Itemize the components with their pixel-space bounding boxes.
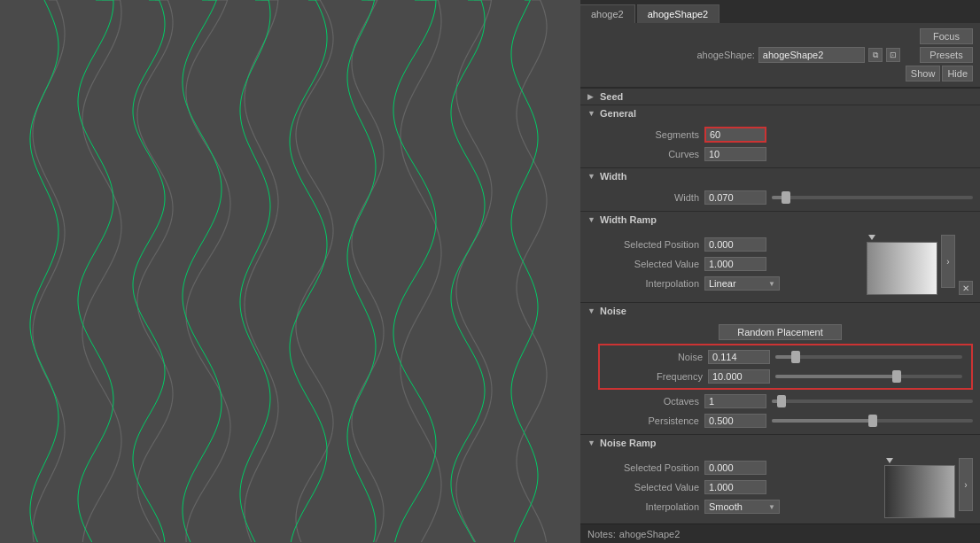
width-section-title: Width <box>600 171 626 182</box>
noise-arrow-icon: ▼ <box>587 306 596 315</box>
general-section-header[interactable]: ▼ General <box>580 105 980 121</box>
noise-ramp-sel-pos-label: Selected Position <box>598 462 704 473</box>
noise-ramp-interp-row: Interpolation Smooth ▼ <box>598 497 877 516</box>
width-ramp-interp-row: Interpolation Linear ▼ <box>598 274 859 293</box>
persistence-label: Persistence <box>598 415 704 426</box>
width-ramp-section-header[interactable]: ▼ Width Ramp <box>580 211 980 228</box>
notes-bar: Notes: ahogeShape2 <box>580 524 980 543</box>
noise-placement-center: Random Placement <box>580 322 980 342</box>
noise-placement-button[interactable]: Random Placement <box>719 324 842 340</box>
width-ramp-sel-pos-label: Selected Position <box>598 239 704 250</box>
noise-ramp-sel-val-input[interactable] <box>704 480 766 494</box>
seed-arrow-icon: ▶ <box>587 92 596 101</box>
noise-ramp-section-header[interactable]: ▼ Noise Ramp <box>580 434 980 451</box>
noise-label: Noise <box>602 352 708 362</box>
width-ramp-sel-pos-row: Selected Position <box>598 235 859 254</box>
viewport <box>0 0 580 543</box>
hide-button[interactable]: Hide <box>942 66 973 81</box>
noise-ramp-sel-pos-input[interactable] <box>704 461 766 475</box>
curves-label: Curves <box>598 149 704 159</box>
curves-row: Curves <box>580 144 980 164</box>
segments-input[interactable] <box>704 127 766 143</box>
noise-ramp-extras: › <box>959 458 973 511</box>
persistence-slider[interactable] <box>772 419 973 423</box>
right-panel: ahoge2 ahogeShape2 ahogeShape: ⧉ ⊡ Focus… <box>580 0 980 543</box>
noise-ramp-section-body: Selected Position Selected Value Interpo… <box>580 451 980 524</box>
octaves-row: Octaves <box>580 392 980 411</box>
width-ramp-section-body: Selected Position Selected Value Interpo… <box>580 228 980 302</box>
width-ramp-widget[interactable] <box>867 242 937 295</box>
persistence-row: Persistence <box>580 411 980 431</box>
focus-button[interactable]: Focus <box>920 28 973 44</box>
width-ramp-interp-dropdown[interactable]: Linear ▼ <box>704 276 780 291</box>
frequency-label: Frequency <box>602 371 708 382</box>
notes-label: Notes: <box>587 529 616 539</box>
width-ramp-sel-pos-input[interactable] <box>704 237 766 252</box>
link-icon-btn[interactable]: ⊡ <box>886 48 900 62</box>
width-section-header[interactable]: ▼ Width <box>580 167 980 184</box>
width-ramp-sel-val-row: Selected Value <box>598 254 859 274</box>
show-button[interactable]: Show <box>906 66 941 81</box>
copy-icon-btn[interactable]: ⧉ <box>868 48 883 62</box>
segments-label: Segments <box>598 129 704 140</box>
width-ramp-sel-val-input[interactable] <box>704 257 766 271</box>
width-ramp-sel-val-label: Selected Value <box>598 259 704 269</box>
presets-button[interactable]: Presets <box>920 47 973 63</box>
general-section-body: Segments Curves <box>580 121 980 167</box>
width-ramp-extras: › <box>941 235 955 288</box>
width-ramp-interp-value: Linear <box>709 278 736 289</box>
noise-ramp-interp-label: Interpolation <box>598 501 704 512</box>
width-ramp-props: Selected Position Selected Value Interpo… <box>598 235 859 293</box>
tab-bar: ahoge2 ahogeShape2 <box>580 0 980 23</box>
noise-ramp-interp-dropdown[interactable]: Smooth ▼ <box>704 500 780 514</box>
frequency-row: Frequency <box>602 367 969 386</box>
noise-ramp-props: Selected Position Selected Value Interpo… <box>598 458 877 516</box>
octaves-input[interactable] <box>704 394 766 408</box>
tab-ahoge2[interactable]: ahoge2 <box>580 4 635 23</box>
width-slider[interactable] <box>772 196 973 199</box>
noise-section-title: Noise <box>600 306 626 316</box>
width-ramp-expand-button[interactable]: › <box>941 235 955 288</box>
noise-ramp-widget[interactable] <box>884 465 955 518</box>
width-input[interactable] <box>704 190 766 205</box>
tab-ahoge-shape2[interactable]: ahogeShape2 <box>637 4 720 23</box>
noise-ramp-sel-pos-row: Selected Position <box>598 458 877 477</box>
general-section-title: General <box>600 108 636 119</box>
width-section-body: Width <box>580 184 980 211</box>
noise-ramp-area: Selected Position Selected Value Interpo… <box>580 454 980 522</box>
seed-section-title: Seed <box>600 91 623 102</box>
noise-ramp-sel-val-row: Selected Value <box>598 477 877 497</box>
segments-row: Segments <box>580 125 980 144</box>
ahoge-shape-input[interactable] <box>758 47 865 63</box>
panel-buttons: Focus Presets Show Hide <box>906 28 973 81</box>
width-arrow-icon: ▼ <box>587 172 596 181</box>
persistence-input[interactable] <box>704 414 766 428</box>
panel-content[interactable]: ▶ Seed ▼ General Segments Curves ▼ Width <box>580 88 980 524</box>
width-label: Width <box>598 192 704 203</box>
notes-value: ahogeShape2 <box>619 529 681 539</box>
panel-header: ahogeShape: ⧉ ⊡ Focus Presets Show Hide <box>580 23 980 88</box>
width-ramp-interp-dropdown-arrow: ▼ <box>768 280 775 288</box>
noise-ramp-widget-container: › <box>884 458 973 518</box>
noise-ramp-gradient <box>885 466 954 517</box>
ahoge-shape-label: ahogeShape: <box>696 50 754 60</box>
noise-input[interactable] <box>708 350 770 364</box>
width-ramp-interp-label: Interpolation <box>598 278 704 289</box>
curves-input[interactable] <box>704 147 766 161</box>
width-ramp-widget-container: › ✕ <box>867 235 973 295</box>
noise-ramp-arrow-icon: ▼ <box>587 438 596 447</box>
frequency-slider[interactable] <box>775 375 962 378</box>
frequency-input[interactable] <box>708 369 770 384</box>
width-ramp-delete-button[interactable]: ✕ <box>959 281 973 295</box>
octaves-label: Octaves <box>598 396 704 407</box>
wavy-lines-canvas <box>0 0 580 543</box>
noise-highlighted-group: Noise Frequency <box>598 344 973 390</box>
octaves-slider[interactable] <box>772 399 973 403</box>
noise-ramp-expand-button[interactable]: › <box>959 458 973 511</box>
noise-ramp-interp-value: Smooth <box>709 501 743 512</box>
noise-slider[interactable] <box>775 355 962 359</box>
noise-section-body: Random Placement Noise Frequency <box>580 319 980 434</box>
noise-section-header[interactable]: ▼ Noise <box>580 302 980 319</box>
noise-row: Noise <box>602 347 969 367</box>
seed-section-header[interactable]: ▶ Seed <box>580 88 980 105</box>
